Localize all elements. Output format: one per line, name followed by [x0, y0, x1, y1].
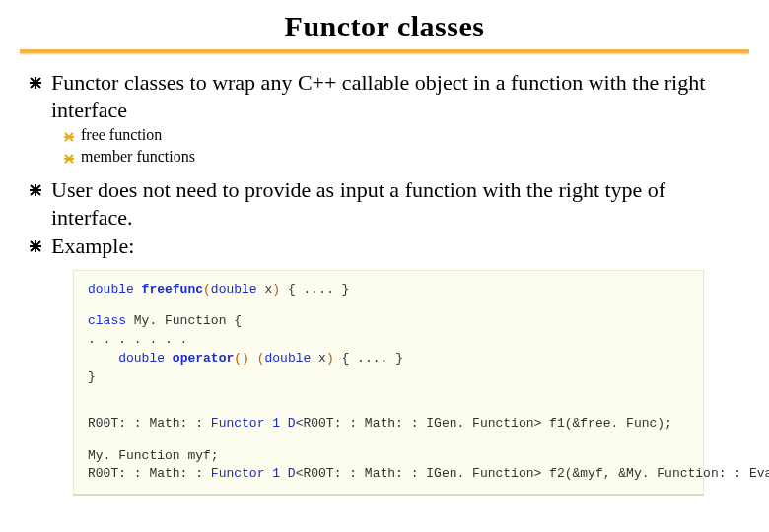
code-keyword: double: [118, 351, 173, 366]
code-line: R00T: : Math: : Functor 1 D<R00T: : Math…: [88, 415, 691, 433]
code-line: }: [88, 368, 691, 387]
code-text: <R00T: : Math: : IGen. Function>: [296, 416, 542, 431]
code-text: f1(&free. Func);: [541, 416, 672, 431]
bullet-3-text: Example:: [51, 233, 134, 260]
code-type: Functor 1 D: [211, 416, 296, 431]
code-text: . . . . . . .: [88, 332, 187, 347]
code-text: f2(&myf, &My. Function: : Eval);: [541, 466, 769, 481]
code-text: { .... }: [280, 282, 349, 297]
code-ident: x: [318, 351, 326, 366]
bullet-1-text: Functor classes to wrap any C++ callable…: [51, 69, 749, 123]
code-text: }: [88, 369, 96, 384]
code-pad: [88, 351, 118, 366]
code-line: class My. Function {: [88, 312, 691, 331]
code-text: My. Function {: [134, 313, 242, 328]
code-text: My. Function myf;: [88, 448, 219, 463]
slide-title: Functor classes: [20, 10, 749, 43]
bullet-2-text: User does not need to provide as input a…: [51, 176, 749, 231]
bullet-2: User does not need to provide as input a…: [28, 176, 749, 231]
bullet-icon: [28, 182, 43, 202]
sub-bullet-icon: [63, 129, 75, 147]
sub-bullet-text: member functions: [81, 147, 195, 167]
code-line: My. Function myf;: [88, 447, 691, 466]
bullet-list: Functor classes to wrap any C++ callable…: [20, 69, 749, 260]
code-punct: ): [326, 351, 334, 366]
code-blank: [88, 401, 691, 415]
bullet-1: Functor classes to wrap any C++ callable…: [28, 69, 749, 123]
code-func-name: freefunc: [142, 282, 203, 297]
sub-bullet: free function: [63, 125, 749, 147]
title-underline: [20, 49, 749, 55]
slide: Functor classes Functor classes to wrap …: [0, 0, 769, 532]
sub-bullet: member functions: [63, 147, 749, 168]
code-text: <R00T: : Math: : IGen. Function>: [296, 466, 542, 481]
code-func-name: operator: [173, 351, 234, 366]
code-type: Functor 1 D: [211, 466, 296, 481]
code-blank: [88, 387, 691, 401]
code-keyword: double: [264, 351, 318, 366]
code-block: double freefunc(double x) { .... } class…: [73, 270, 704, 497]
sub-bullet-icon: [63, 151, 75, 168]
code-keyword: double: [211, 282, 265, 297]
code-blank: [88, 433, 691, 447]
bullet-3: Example:: [28, 233, 749, 260]
code-text: [249, 351, 257, 366]
code-blank: [88, 299, 691, 312]
code-line: double freefunc(double x) { .... }: [88, 281, 691, 299]
code-punct: (: [203, 282, 211, 297]
code-line: double operator() (double x) { .... }: [88, 350, 691, 368]
code-keyword: double: [88, 282, 142, 297]
bullet-1-sub: free function member functions: [28, 125, 749, 168]
code-text: R00T: : Math: :: [88, 416, 211, 431]
code-punct: (): [234, 351, 249, 366]
code-keyword: class: [88, 313, 134, 328]
code-line: R00T: : Math: : Functor 1 D<R00T: : Math…: [88, 465, 691, 484]
code-punct: ): [272, 282, 280, 297]
bullet-icon: [28, 238, 43, 258]
code-text: R00T: : Math: :: [88, 466, 211, 481]
code-line: . . . . . . .: [88, 331, 691, 350]
sub-bullet-text: free function: [81, 125, 162, 146]
code-text: { .... }: [334, 351, 403, 366]
bullet-icon: [28, 75, 43, 95]
